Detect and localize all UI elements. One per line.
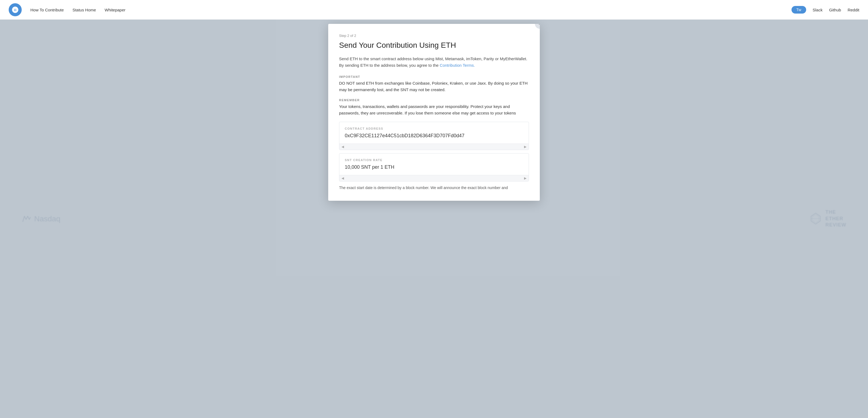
- important-label: IMPORTANT: [339, 75, 529, 78]
- nav-links-right: Tw Slack Github Reddit: [792, 6, 859, 13]
- nav-links-left: How To Contribute Status Home Whitepaper: [30, 8, 792, 12]
- contract-address-inner: CONTRACT ADDRESS 0xC9F32CE1127e44C51cbD1…: [339, 122, 529, 143]
- modal-overlay[interactable]: × Step 2 of 2 Send Your Contribution Usi…: [0, 0, 868, 418]
- nav-link-slack[interactable]: Slack: [813, 8, 823, 12]
- scroll-right-arrow[interactable]: ▶: [524, 145, 527, 149]
- important-text: DO NOT send ETH from exchanges like Coin…: [339, 80, 529, 93]
- snt-rate-box: SNT CREATION RATE 10,000 SNT per 1 ETH ◀…: [339, 153, 529, 182]
- snt-rate-inner: SNT CREATION RATE 10,000 SNT per 1 ETH: [339, 154, 529, 175]
- nav-link-whitepaper[interactable]: Whitepaper: [105, 8, 126, 12]
- modal: × Step 2 of 2 Send Your Contribution Usi…: [328, 24, 540, 201]
- snt-rate-scrollbar[interactable]: ◀ ▶: [339, 175, 529, 181]
- scroll-left-arrow[interactable]: ◀: [341, 145, 344, 149]
- nav-logo[interactable]: [9, 3, 22, 16]
- modal-footer-text: The exact start date is determined by a …: [339, 185, 529, 191]
- contribution-terms-link[interactable]: Contribution Terms.: [440, 63, 475, 68]
- modal-description: Send ETH to the smart contract address b…: [339, 56, 529, 69]
- svg-point-0: [14, 9, 16, 11]
- contract-address-box: CONTRACT ADDRESS 0xC9F32CE1127e44C51cbD1…: [339, 122, 529, 150]
- modal-title: Send Your Contribution Using ETH: [339, 40, 529, 50]
- nav-link-contribute[interactable]: How To Contribute: [30, 8, 64, 12]
- snt-scroll-right-arrow[interactable]: ▶: [524, 176, 527, 180]
- contract-address-label: CONTRACT ADDRESS: [345, 127, 523, 130]
- status-logo-icon: [11, 6, 19, 13]
- snt-rate-label: SNT CREATION RATE: [345, 158, 523, 162]
- navbar: How To Contribute Status Home Whitepaper…: [0, 0, 868, 20]
- nav-link-status-home[interactable]: Status Home: [72, 8, 96, 12]
- nav-link-github[interactable]: Github: [829, 8, 841, 12]
- modal-close-button[interactable]: ×: [535, 24, 540, 29]
- contract-address-value[interactable]: 0xC9F32CE1127e44C51cbD182D6364F3D707Fd0d…: [345, 133, 523, 139]
- remember-label: REMEMBER: [339, 98, 529, 102]
- snt-rate-value: 10,000 SNT per 1 ETH: [345, 164, 523, 170]
- twitter-button[interactable]: Tw: [792, 6, 806, 13]
- snt-scroll-left-arrow[interactable]: ◀: [341, 176, 344, 180]
- remember-text: Your tokens, transactions, wallets and p…: [339, 103, 529, 116]
- nav-link-reddit[interactable]: Reddit: [848, 8, 859, 12]
- contract-address-scrollbar[interactable]: ◀ ▶: [339, 143, 529, 150]
- step-label: Step 2 of 2: [339, 34, 529, 38]
